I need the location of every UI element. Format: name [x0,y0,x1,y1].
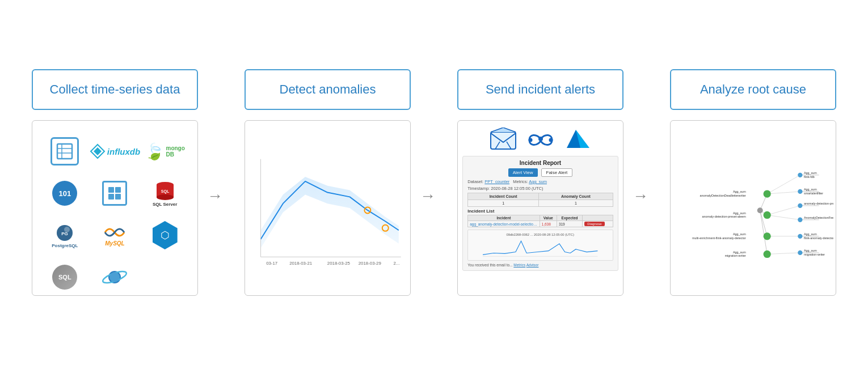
svg-text:2018-03-21: 2018-03-21 [289,261,312,266]
svg-line-39 [767,192,800,194]
webhook-icon [527,128,554,150]
graph-node-r1 [798,173,802,177]
arrow-3: → [633,160,661,205]
mysql-text: MySQL [105,240,124,247]
metric-label: Metrics: [513,179,528,184]
svg-rect-0 [57,144,72,159]
step-collect-content: influxdb 🍃 mongo DB 101 [32,120,198,296]
svg-text:Agg_sum: Agg_sum [733,232,746,236]
svg-text:anomaly-detection-preset-aleem: anomaly-detection-preset-aleem [702,215,747,218]
svg-text:flink-anomaly-detector: flink-anomaly-detector [804,236,833,240]
svg-text:2018-03-29: 2018-03-29 [359,261,381,266]
101-icon: 101 [52,181,77,206]
root-cause-graph: Agg_sum anomalyDetectionDeadletterwriter… [673,123,833,293]
svg-text:Agg_sum: Agg_sum [804,188,817,191]
step-analyze-label-box: Analyze root cause [670,69,836,110]
timestamp-value: 2020-08-28 12:05:00 (UTC) [491,186,543,191]
incident-count-header: Incident Count [468,193,539,200]
logo-sql: SQL [44,260,85,294]
svg-text:03-17: 03-17 [266,261,277,266]
svg-text:Agg_sum: Agg_sum [733,251,746,254]
svg-marker-5 [94,147,102,155]
mongo-text: mongo [166,145,184,151]
svg-point-31 [528,138,532,142]
svg-rect-29 [491,132,516,149]
influxdb-text: influxdb [107,147,140,156]
svg-point-30 [538,137,543,141]
graph-node-r2 [798,189,802,194]
report-dataset-info: Dataset: PPT_counter Metrics: Agg_sum [467,179,613,184]
svg-text:2...: 2... [394,261,400,266]
false-alert-button[interactable]: False Alert [541,168,573,177]
metric-value[interactable]: Agg_sum [529,179,547,184]
svg-text:migration-writer: migration-writer [725,254,746,257]
logo-sqlserver: SQL SQL Server [145,176,186,210]
metrics-link[interactable]: Metrics [513,263,525,267]
svg-point-12 [157,194,174,200]
step-alert-label-box: Send incident alerts [457,69,623,110]
logo-101: 101 [44,176,85,210]
incident-count-value: 1 [468,200,539,207]
report-timestamp-info: Timestamp: 2020-08-28 12:05:00 (UTC) [467,186,613,191]
logo-influxdb: influxdb [94,134,135,168]
alert-icons-row [462,128,618,150]
dataset-value[interactable]: PPT_counter [484,179,509,184]
step-detect-label: Detect anomalies [280,82,376,98]
mongo-db-text: DB [166,151,174,158]
incident-report-box: Incident Report Alert View False Alert D… [462,156,618,271]
svg-text:SQL: SQL [161,189,169,194]
svg-text:flink-fdb: flink-fdb [804,175,815,179]
arrow-icon-2: → [420,187,436,205]
sqlserver-text: SQL Server [153,202,177,207]
svg-text:smartalertfilter: smartalertfilter [804,192,823,195]
diagnose-cell: Diagnose [583,221,613,227]
expected-cell: 319 [557,221,582,227]
svg-text:Agg_sum: Agg_sum [733,190,746,193]
step-analyze: Analyze root cause [661,69,845,296]
svg-text:migration-writer: migration-writer [804,253,825,256]
svg-text:Agg_sum: Agg_sum [804,232,817,236]
diagnose-button[interactable]: Diagnose [584,222,604,226]
email-icon [490,128,517,150]
svg-text:Agg_sum: Agg_sum [804,171,817,175]
logo-grafana-dashboard [94,176,135,210]
svg-point-32 [549,138,553,142]
incident-list-table: Incident Value Expected agg_anomaly-dete… [467,215,613,227]
step-detect: Detect anomalies [235,69,420,296]
incident-footer-links: You received this email to... Metrics Ad… [467,263,613,267]
alert-view-button[interactable]: Alert View [508,168,538,177]
graph-node-r4 [798,218,802,222]
svg-rect-9 [115,194,121,200]
logos-grid: influxdb 🍃 mongo DB 101 [41,130,188,296]
dataset-label: Dataset: [467,179,483,184]
azure-icon [564,128,592,150]
graph-node-m3 [764,232,771,240]
svg-rect-7 [115,187,121,193]
step-analyze-label: Analyze root cause [700,82,806,98]
arrow-1: → [207,160,235,205]
logo-mysql: MySQL [94,218,135,252]
incident-id-cell: agg_anomaly-detection-model-selection_me… [468,221,540,227]
postgresql-text: PostgreSQL [52,243,78,248]
arrow-2: → [420,160,448,205]
incident-btn-row: Alert View False Alert [467,168,613,177]
mini-incident-chart: 09db2268-0062 ... 2020-08-28 12:05:00 (U… [467,230,613,261]
logo-grafana [44,134,85,168]
incident-report-title: Incident Report [467,160,613,166]
grafana-icon [50,137,79,165]
graph-center-node [757,207,763,213]
arrow-icon-3: → [633,187,648,205]
svg-text:anomaly-detection-preset-aleem: anomaly-detection-preset-aleem [804,202,833,205]
graph-node-r3 [798,203,802,208]
logo-postgresql: PG PostgreSQL [44,218,85,252]
advisor-link[interactable]: Advisor [526,263,539,267]
action-col-header [583,215,613,221]
incident-col-header: Incident [468,215,540,221]
graph-node-m1 [764,190,771,197]
svg-text:2018-03-25: 2018-03-25 [327,261,351,266]
value-col-header: Value [540,215,557,221]
mini-chart-title: 09db2268-0062 ... 2020-08-28 12:05:00 (U… [507,233,574,236]
graph-node-m2 [764,211,771,219]
svg-rect-8 [108,194,114,200]
svg-text:multi-enrichment-flink-anomaly: multi-enrichment-flink-anomaly-detector [692,236,746,240]
